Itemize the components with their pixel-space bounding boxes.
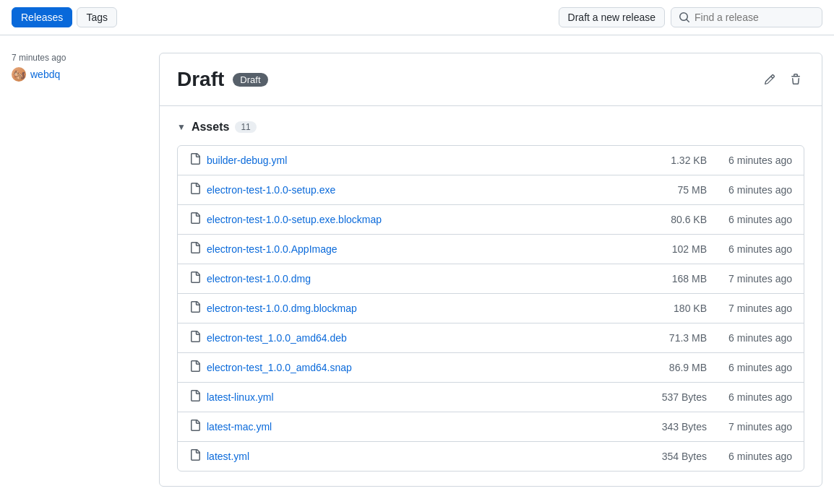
- asset-name-link[interactable]: electron-test-1.0.0.dmg.blockmap: [207, 303, 636, 314]
- asset-size: 343 Bytes: [642, 421, 707, 433]
- draft-badge: Draft: [233, 73, 267, 87]
- assets-label: Assets: [192, 121, 229, 134]
- release-time: 7 minutes ago: [12, 53, 142, 63]
- asset-name-link[interactable]: latest-mac.yml: [207, 421, 636, 433]
- assets-header[interactable]: ▼ Assets 11: [177, 121, 804, 134]
- asset-time: 7 minutes ago: [713, 273, 792, 284]
- sidebar-user: 🐿️ webdq: [12, 67, 142, 82]
- trash-icon: [790, 74, 801, 85]
- file-icon: [189, 301, 201, 316]
- top-bar-right: Draft a new release: [559, 7, 822, 27]
- file-icon: [189, 420, 201, 434]
- release-panel: Draft Draft ▼ Assets: [159, 53, 822, 487]
- release-title-area: Draft Draft: [177, 68, 268, 91]
- asset-time: 7 minutes ago: [713, 421, 792, 433]
- asset-row: electron-test-1.0.0.dmg168 MB7 minutes a…: [178, 264, 804, 294]
- top-bar-left: Releases Tags: [12, 7, 553, 27]
- draft-new-release-button[interactable]: Draft a new release: [559, 7, 665, 27]
- file-icon: [189, 390, 201, 404]
- asset-row: electron-test_1.0.0_amd64.snap86.9 MB6 m…: [178, 353, 804, 383]
- file-icon: [189, 153, 201, 168]
- asset-size: 180 KB: [642, 303, 707, 314]
- find-release-input[interactable]: [695, 12, 814, 23]
- asset-time: 6 minutes ago: [713, 451, 792, 462]
- avatar: 🐿️: [12, 67, 26, 82]
- asset-size: 102 MB: [642, 243, 707, 255]
- asset-size: 168 MB: [642, 273, 707, 284]
- tags-tab-button[interactable]: Tags: [77, 7, 117, 27]
- asset-name-link[interactable]: electron-test_1.0.0_amd64.snap: [207, 362, 636, 373]
- asset-time: 6 minutes ago: [713, 155, 792, 166]
- asset-row: electron-test_1.0.0_amd64.deb71.3 MB6 mi…: [178, 323, 804, 353]
- sidebar-username[interactable]: webdq: [30, 69, 60, 80]
- asset-name-link[interactable]: builder-debug.yml: [207, 155, 636, 166]
- assets-section: ▼ Assets 11 builder-debug.yml1.32 KB6 mi…: [160, 106, 822, 486]
- asset-row: electron-test-1.0.0.dmg.blockmap180 KB7 …: [178, 294, 804, 323]
- asset-row: electron-test-1.0.0-setup.exe75 MB6 minu…: [178, 175, 804, 205]
- file-icon: [189, 271, 201, 286]
- top-bar: Releases Tags Draft a new release: [0, 0, 834, 35]
- file-icon: [189, 212, 201, 227]
- assets-count-badge: 11: [235, 121, 256, 133]
- file-icon: [189, 449, 201, 464]
- asset-time: 6 minutes ago: [713, 184, 792, 196]
- chevron-down-icon: ▼: [177, 122, 186, 132]
- release-title: Draft: [177, 68, 224, 91]
- asset-row: builder-debug.yml1.32 KB6 minutes ago: [178, 146, 804, 175]
- asset-name-link[interactable]: electron-test-1.0.0-setup.exe: [207, 184, 636, 196]
- asset-row: electron-test-1.0.0.AppImage102 MB6 minu…: [178, 235, 804, 264]
- asset-name-link[interactable]: electron-test_1.0.0_amd64.deb: [207, 332, 636, 344]
- file-icon: [189, 360, 201, 375]
- asset-size: 86.9 MB: [642, 362, 707, 373]
- asset-name-link[interactable]: electron-test-1.0.0.AppImage: [207, 243, 636, 255]
- release-header: Draft Draft: [160, 53, 822, 106]
- asset-name-link[interactable]: electron-test-1.0.0.dmg: [207, 273, 636, 284]
- asset-size: 537 Bytes: [642, 391, 707, 403]
- asset-size: 1.32 KB: [642, 155, 707, 166]
- asset-time: 6 minutes ago: [713, 332, 792, 344]
- file-icon: [189, 331, 201, 345]
- delete-release-button[interactable]: [787, 71, 804, 88]
- asset-time: 6 minutes ago: [713, 214, 792, 225]
- asset-size: 71.3 MB: [642, 332, 707, 344]
- asset-name-link[interactable]: latest.yml: [207, 451, 636, 462]
- file-icon: [189, 242, 201, 256]
- file-icon: [189, 183, 201, 197]
- search-icon: [679, 12, 690, 23]
- edit-release-button[interactable]: [761, 71, 778, 88]
- asset-size: 354 Bytes: [642, 451, 707, 462]
- find-release-search-box: [671, 7, 822, 27]
- asset-time: 6 minutes ago: [713, 391, 792, 403]
- releases-tab-button[interactable]: Releases: [12, 7, 72, 27]
- asset-row: latest-linux.yml537 Bytes6 minutes ago: [178, 383, 804, 412]
- asset-time: 7 minutes ago: [713, 303, 792, 314]
- asset-row: electron-test-1.0.0-setup.exe.blockmap80…: [178, 205, 804, 235]
- asset-name-link[interactable]: electron-test-1.0.0-setup.exe.blockmap: [207, 214, 636, 225]
- sidebar: 7 minutes ago 🐿️ webdq: [12, 53, 142, 487]
- release-actions: [761, 71, 804, 88]
- pencil-icon: [764, 74, 775, 85]
- assets-list: builder-debug.yml1.32 KB6 minutes agoele…: [177, 145, 804, 472]
- asset-row: latest-mac.yml343 Bytes7 minutes ago: [178, 412, 804, 442]
- asset-time: 6 minutes ago: [713, 362, 792, 373]
- main-content: 7 minutes ago 🐿️ webdq Draft Draft: [0, 35, 834, 504]
- asset-name-link[interactable]: latest-linux.yml: [207, 391, 636, 403]
- asset-time: 6 minutes ago: [713, 243, 792, 255]
- asset-size: 75 MB: [642, 184, 707, 196]
- asset-size: 80.6 KB: [642, 214, 707, 225]
- asset-row: latest.yml354 Bytes6 minutes ago: [178, 442, 804, 471]
